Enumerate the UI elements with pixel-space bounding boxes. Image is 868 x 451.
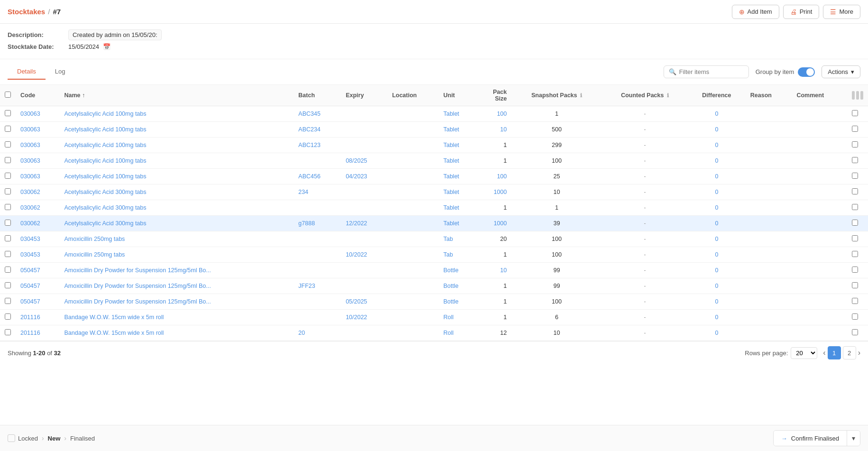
row-name[interactable]: Acetylsalicylic Acid 300mg tabs	[60, 216, 294, 231]
row-checkbox[interactable]	[5, 220, 11, 226]
row-code[interactable]: 030063	[16, 138, 60, 153]
row-code[interactable]: 030063	[16, 122, 60, 138]
rows-per-page-select[interactable]: 20 50 100	[791, 347, 817, 359]
tab-details[interactable]: Details	[8, 64, 46, 80]
row-name[interactable]: Acetylsalicylic Acid 100mg tabs	[60, 122, 294, 138]
row-batch[interactable]: ABC234	[294, 122, 341, 138]
row-batch[interactable]: 234	[294, 184, 341, 200]
row-select-checkbox[interactable]	[852, 188, 858, 194]
row-select-checkbox[interactable]	[852, 251, 858, 257]
calendar-icon[interactable]: 📅	[103, 43, 111, 50]
row-code[interactable]: 050457	[16, 294, 60, 310]
row-code[interactable]: 050457	[16, 278, 60, 294]
actions-button[interactable]: Actions ▾	[822, 65, 860, 78]
page-1-button[interactable]: 1	[828, 346, 841, 359]
row-name[interactable]: Acetylsalicylic Acid 100mg tabs	[60, 106, 294, 122]
row-select-checkbox[interactable]	[852, 141, 858, 147]
row-select-checkbox[interactable]	[852, 110, 858, 116]
row-select-checkbox[interactable]	[852, 204, 858, 210]
row-checkbox[interactable]	[5, 251, 11, 257]
row-batch[interactable]: 20	[294, 325, 341, 341]
row-batch[interactable]	[294, 310, 341, 325]
row-batch[interactable]: ABC345	[294, 106, 341, 122]
row-code[interactable]: 030453	[16, 247, 60, 263]
row-code[interactable]: 201116	[16, 310, 60, 325]
row-name[interactable]: Acetylsalicylic Acid 100mg tabs	[60, 153, 294, 169]
row-counted-packs[interactable]: -	[602, 184, 688, 200]
prev-page-button[interactable]: ‹	[823, 349, 825, 357]
row-counted-packs[interactable]: -	[602, 263, 688, 278]
row-counted-packs[interactable]: -	[602, 200, 688, 216]
row-select-checkbox[interactable]	[852, 282, 858, 288]
row-checkbox[interactable]	[5, 267, 11, 273]
row-code[interactable]: 030063	[16, 153, 60, 169]
row-name[interactable]: Acetylsalicylic Acid 100mg tabs	[60, 138, 294, 153]
row-counted-packs[interactable]: -	[602, 294, 688, 310]
search-input[interactable]	[679, 68, 741, 75]
row-checkbox[interactable]	[5, 157, 11, 163]
row-batch[interactable]: JFF23	[294, 278, 341, 294]
row-select-checkbox[interactable]	[852, 313, 858, 320]
row-counted-packs[interactable]: -	[602, 310, 688, 325]
row-code[interactable]: 030062	[16, 184, 60, 200]
row-code[interactable]: 201116	[16, 325, 60, 341]
row-counted-packs[interactable]: -	[602, 169, 688, 184]
tab-log[interactable]: Log	[46, 64, 75, 80]
row-checkbox[interactable]	[5, 141, 11, 147]
group-by-switch[interactable]	[798, 67, 815, 77]
row-checkbox[interactable]	[5, 204, 11, 210]
select-all-checkbox[interactable]	[5, 92, 11, 98]
row-name[interactable]: Acetylsalicylic Acid 100mg tabs	[60, 169, 294, 184]
row-code[interactable]: 030063	[16, 169, 60, 184]
breadcrumb-stocktakes[interactable]: Stocktakes	[8, 8, 45, 16]
row-checkbox[interactable]	[5, 188, 11, 194]
add-item-button[interactable]: ⊕ Add Item	[732, 5, 779, 19]
row-name[interactable]: Amoxicillin 250mg tabs	[60, 247, 294, 263]
row-code[interactable]: 030062	[16, 200, 60, 216]
row-checkbox[interactable]	[5, 110, 11, 116]
row-counted-packs[interactable]: -	[602, 122, 688, 138]
row-name[interactable]: Bandage W.O.W. 15cm wide x 5m roll	[60, 325, 294, 341]
row-select-checkbox[interactable]	[852, 173, 858, 179]
next-page-button[interactable]: ›	[858, 349, 860, 357]
row-select-checkbox[interactable]	[852, 157, 858, 163]
print-button[interactable]: 🖨 Print	[783, 5, 820, 19]
row-batch[interactable]	[294, 153, 341, 169]
row-name[interactable]: Amoxicillin Dry Powder for Suspension 12…	[60, 278, 294, 294]
row-counted-packs[interactable]: -	[602, 106, 688, 122]
row-counted-packs[interactable]: -	[602, 138, 688, 153]
row-name[interactable]: Amoxicillin 250mg tabs	[60, 231, 294, 247]
row-batch[interactable]	[294, 263, 341, 278]
row-counted-packs[interactable]: -	[602, 216, 688, 231]
more-button[interactable]: ☰ More	[823, 5, 860, 19]
row-checkbox[interactable]	[5, 126, 11, 132]
row-batch[interactable]: g7888	[294, 216, 341, 231]
row-checkbox[interactable]	[5, 329, 11, 335]
row-batch[interactable]: ABC456	[294, 169, 341, 184]
row-checkbox[interactable]	[5, 173, 11, 179]
row-counted-packs[interactable]: -	[602, 278, 688, 294]
row-code[interactable]: 030062	[16, 216, 60, 231]
row-counted-packs[interactable]: -	[602, 247, 688, 263]
row-counted-packs[interactable]: -	[602, 153, 688, 169]
row-checkbox[interactable]	[5, 298, 11, 304]
page-2-button[interactable]: 2	[843, 346, 856, 359]
row-batch[interactable]: ABC123	[294, 138, 341, 153]
col-icon-2[interactable]	[856, 91, 859, 100]
row-name[interactable]: Acetylsalicylic Acid 300mg tabs	[60, 184, 294, 200]
row-checkbox[interactable]	[5, 282, 11, 288]
row-name[interactable]: Amoxicillin Dry Powder for Suspension 12…	[60, 294, 294, 310]
row-select-checkbox[interactable]	[852, 329, 858, 335]
row-select-checkbox[interactable]	[852, 220, 858, 226]
row-select-checkbox[interactable]	[852, 126, 858, 132]
row-batch[interactable]	[294, 200, 341, 216]
row-batch[interactable]	[294, 294, 341, 310]
row-code[interactable]: 030453	[16, 231, 60, 247]
row-counted-packs[interactable]: -	[602, 231, 688, 247]
row-code[interactable]: 050457	[16, 263, 60, 278]
row-select-checkbox[interactable]	[852, 235, 858, 241]
row-checkbox[interactable]	[5, 235, 11, 241]
row-counted-packs[interactable]: -	[602, 325, 688, 341]
row-select-checkbox[interactable]	[852, 298, 858, 304]
row-code[interactable]: 030063	[16, 106, 60, 122]
